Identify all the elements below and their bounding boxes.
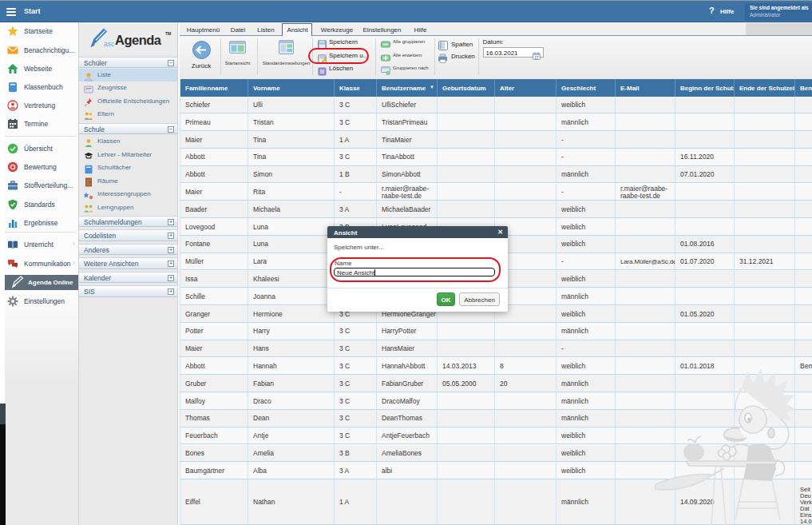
svg-text:17: 17 [534, 55, 539, 59]
